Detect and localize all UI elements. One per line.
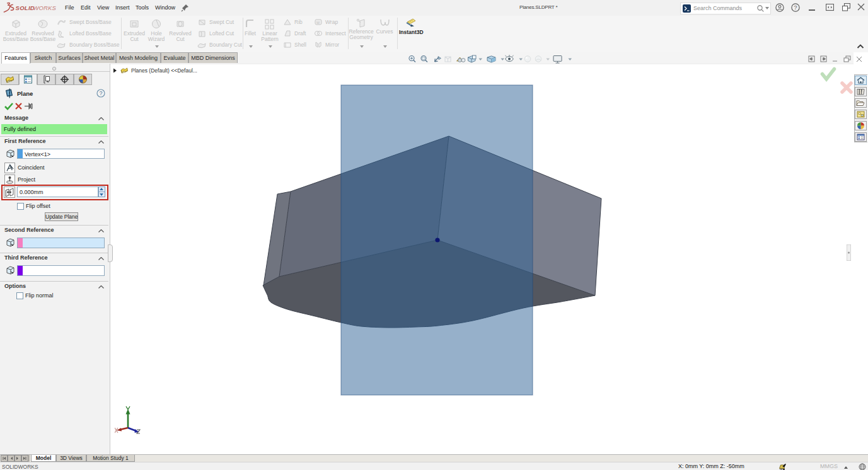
svg-text:?: ? xyxy=(99,90,102,96)
svg-text:WORKS: WORKS xyxy=(33,4,57,11)
svg-text:SOLID: SOLID xyxy=(16,4,35,11)
svg-text:?: ? xyxy=(794,4,797,11)
svg-text:w: w xyxy=(316,20,320,25)
